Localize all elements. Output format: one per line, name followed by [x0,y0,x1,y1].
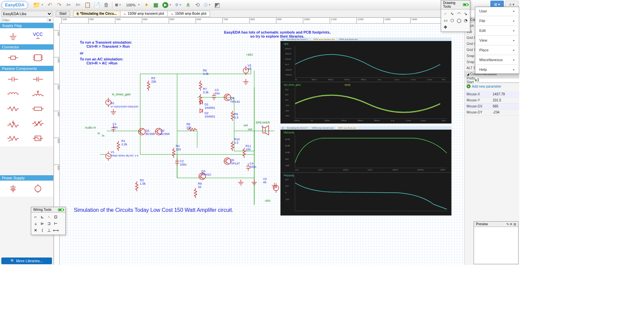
power-tool[interactable]: ⏚ [33,221,39,227]
align-button[interactable]: ⊞▼ [114,1,123,9]
line-tool[interactable]: ⟋ [442,11,448,17]
resistor-zigzag-symbol[interactable] [1,102,25,115]
bus-tool[interactable]: ⊾ [39,214,45,220]
junction-tool[interactable]: ✕ [33,227,39,233]
capacitor-pol-symbol[interactable] [26,73,50,86]
canvas[interactable]: EasyEDA has lots of schematic symbols an… [60,24,464,265]
connector-header[interactable] [26,51,50,64]
menu-edit[interactable]: Edit▸ [475,27,519,35]
resistor-box-symbol[interactable] [26,102,50,115]
pin-tool[interactable]: ⟨ [39,227,45,233]
noconnect-tool[interactable]: ⊳ [39,221,45,227]
history-button[interactable]: ⟲ [193,1,202,9]
svg-text:v(in): v(in) [284,43,288,45]
share-button[interactable]: ⋔ [184,1,193,9]
net-in-times-gain: in_times_gain [112,93,131,96]
more-libraries-button[interactable]: 🔍 More Libraries... [1,257,52,264]
ellipse-tool[interactable]: ◯ [456,17,462,24]
netflag-tool[interactable]: ⊡ [53,214,59,220]
ground-tool[interactable]: ⊥ [46,227,52,233]
section-passive[interactable]: Passive Components [0,66,53,71]
logo[interactable]: EasyEDA [1,1,28,9]
section-connector[interactable]: Connector [0,44,53,50]
ground-symbol[interactable] [1,30,25,43]
inductor-tap-symbol[interactable] [26,87,50,101]
battery-icon [58,208,63,211]
filter-clear-button[interactable]: ✕ [47,18,52,22]
svg-text:100KHz: 100KHz [417,169,424,171]
battery-symbol[interactable] [1,182,25,195]
fuse-symbol[interactable] [26,132,50,145]
connector-2pin[interactable] [1,51,25,64]
cut-button[interactable]: ✂ [64,1,73,9]
polyline-tool[interactable]: ∿ [449,11,455,17]
wire-tool[interactable]: ⌐ [33,214,39,220]
arrow-tool[interactable]: ↘ [463,11,469,17]
menu-view[interactable]: View▸ [475,36,519,44]
vcc-symbol[interactable]: VCC [26,30,50,43]
wand-button[interactable]: ✦ [142,1,151,9]
clipboard-button-2[interactable]: 📄 [93,1,101,9]
library-select[interactable]: EasyEDA Libs [1,11,52,17]
redo-button[interactable]: ↷ [55,1,64,9]
b1-label: B1V=V(in)*(220+22k)/220 [111,101,138,108]
svg-text:200us: 200us [325,120,330,122]
delete-button[interactable]: 🗑 [102,1,111,9]
dimension-tool[interactable]: ⟷ [53,227,59,233]
move-tool[interactable]: ✥ [442,24,448,30]
tab-transient[interactable]: ⊾150W amp transient plot [120,11,168,17]
pie-tool[interactable]: ◔ [463,17,469,24]
thermistor-symbol[interactable] [1,132,25,145]
preview-tools[interactable]: ✎ ⟳ ⊟ [506,223,516,226]
tab-start[interactable]: Start [56,11,70,17]
svg-text:600us: 600us [344,79,350,81]
c2-label: C2100u [180,159,186,166]
menu-user[interactable]: User▸ [475,7,519,15]
zoom-dropdown[interactable]: 100%▼ [123,1,142,9]
potentiometer-symbol[interactable] [1,117,25,130]
netlabel-tool[interactable]: ⟍ [46,214,52,220]
svg-text:200°: 200° [285,179,289,181]
varistor-symbol[interactable] [26,117,50,130]
rect-tool[interactable]: ▭ [442,17,448,24]
source-symbol[interactable] [26,182,50,195]
preview-panel[interactable]: Preview✎ ⟳ ⊟ [474,221,519,264]
menu-place[interactable]: Place▸ [475,46,519,54]
inductor-symbol[interactable] [1,87,25,101]
r2-label: R21.5k [140,179,146,185]
prefix-start-input[interactable] [477,78,519,83]
menu-file[interactable]: File▸ [475,17,519,25]
copy-button[interactable]: ✄ [74,1,83,9]
info-button[interactable]: ⓘ▼ [203,1,212,9]
svg-point-5 [35,186,41,192]
run-button[interactable]: ▶▼ [161,1,173,9]
menu-help[interactable]: Help▸ [475,65,519,74]
menu-miscellaneous[interactable]: Miscellaneous▸ [475,56,519,64]
svg-text:-30V: -30V [285,110,289,112]
svg-rect-3 [34,107,42,110]
settings-button[interactable]: ⚙▼ [174,1,183,9]
r1-label: R12.2k [121,139,127,146]
capacitor-symbol[interactable] [1,73,25,86]
file-menu-button[interactable]: 📁▼ [32,1,45,9]
add-parameter-button[interactable]: +Add new parameter [465,83,519,89]
tab-simulating[interactable]: ⎘*Simulating the Circu... [73,11,120,17]
section-power-supply[interactable]: Power Supply [0,175,53,181]
drawing-tools-palette[interactable]: Drawing Tools ⟋ ∿ ◠ ↘ ▭ ⬠ ◯ ◔ ✥ [441,0,470,32]
polygon-tool[interactable]: ⬠ [449,17,455,24]
arc-tool[interactable]: ◠ [456,11,462,17]
q4-label: Q4TIP142 [230,97,240,103]
filter-input[interactable] [1,17,47,23]
section-supply-flag[interactable]: Supply Flag [0,23,53,28]
pcb-button[interactable]: ▦ [152,1,160,9]
probe-tool[interactable]: ⊢ [53,221,59,227]
contrast-button[interactable]: ◩ [213,1,222,9]
port-tool[interactable]: ⊐ [46,221,52,227]
wiring-tools-palette[interactable]: Wiring Tools ⌐ ⊾ ⟍ ⊡ ⏚ ⊳ ⊐ ⊢ ✕ ⟨ ⊥ ⟷ [31,207,66,235]
paste-button[interactable]: 📋 [83,1,92,9]
plot1-tabs: artSimulating the Circuit T...150W amp t… [280,38,451,41]
tab-bode[interactable]: ⊾150W amp Bode plot [167,11,210,17]
undo-button[interactable]: ↶ [46,1,54,9]
plot-bode-phase: PH(v(out)) 200°100° 0°-100° [280,173,451,216]
svg-text:2ms: 2ms [442,79,445,81]
